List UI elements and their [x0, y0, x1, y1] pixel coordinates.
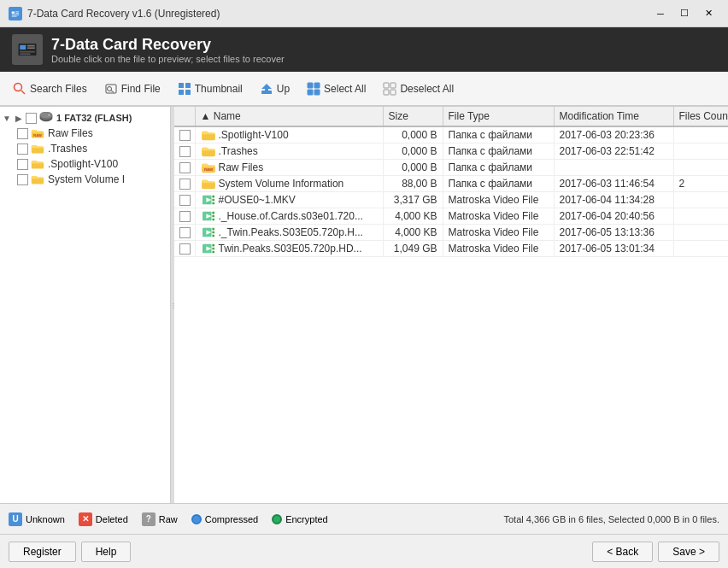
row-files-count	[673, 160, 728, 176]
folder-spotlight-icon	[31, 158, 44, 170]
svg-rect-40	[212, 196, 214, 198]
svg-rect-29	[390, 83, 396, 88]
tree-item-raw[interactable]: RAW Raw Files	[0, 126, 170, 141]
row-checkbox[interactable]	[179, 195, 191, 206]
col-header-mod[interactable]: Modification Time	[554, 107, 673, 126]
svg-rect-31	[390, 90, 396, 95]
row-name: ._Twin.Peaks.S03E05.720p.H...	[195, 225, 383, 241]
table-row[interactable]: Twin.Peaks.S03E05.720p.HD...1,049 GBMatr…	[174, 241, 728, 257]
tree-checkbox-raw[interactable]	[17, 128, 28, 139]
row-size: 88,00 B	[383, 176, 443, 192]
minimize-button[interactable]: ─	[649, 5, 672, 22]
tree-checkbox-root[interactable]	[26, 113, 37, 124]
help-button[interactable]: Help	[81, 542, 132, 562]
svg-rect-8	[20, 45, 26, 50]
row-checkbox[interactable]	[179, 162, 191, 173]
svg-rect-27	[314, 90, 320, 95]
find-file-button[interactable]: Find File	[97, 78, 168, 100]
svg-rect-9	[27, 45, 35, 47]
row-checkbox[interactable]	[179, 211, 191, 222]
row-type: Папка с файлами	[443, 126, 554, 143]
back-button[interactable]: < Back	[592, 542, 653, 562]
main-content: ▼ ▶ 1 FAT32 (FLASH) RAW Raw Files	[0, 106, 728, 503]
file-scroll-area[interactable]: ▲ Name Size File Type Modification Time	[174, 107, 728, 503]
row-files-count	[673, 241, 728, 257]
up-button[interactable]: Up	[252, 78, 297, 100]
row-checkbox[interactable]	[179, 227, 191, 238]
deselect-all-button[interactable]: Deselect All	[375, 78, 461, 100]
table-row[interactable]: .Trashes0,000 BПапка с файлами2017-06-03…	[174, 143, 728, 160]
row-checkbox[interactable]	[179, 243, 191, 255]
row-size: 4,000 KB	[383, 208, 443, 225]
bottom-bar: Register Help < Back Save >	[0, 534, 728, 568]
tree-checkbox-spotlight[interactable]	[17, 159, 28, 170]
expand-icon-2[interactable]: ▶	[14, 113, 24, 123]
svg-rect-5	[12, 15, 17, 16]
table-row[interactable]: RAW Raw Files0,000 BПапка с файлами	[174, 160, 728, 176]
legend-encrypted: Encrypted	[272, 514, 328, 524]
expand-icon[interactable]: ▼	[2, 113, 12, 123]
save-button[interactable]: Save >	[658, 542, 719, 562]
thumbnail-button[interactable]: Thumbnail	[170, 78, 250, 100]
tree-label-root: 1 FAT32 (FLASH)	[56, 113, 132, 123]
register-button[interactable]: Register	[9, 542, 76, 562]
svg-rect-19	[185, 83, 191, 88]
col-header-count[interactable]: Files Count	[673, 107, 728, 126]
title-bar: 7-Data Card Recovery v1.6 (Unregistered)…	[0, 0, 728, 27]
svg-rect-46	[212, 215, 214, 218]
tree-checkbox-trashes[interactable]	[17, 143, 28, 155]
tree-label-raw: Raw Files	[48, 127, 93, 139]
row-modification-time: 2017-06-04 20:40:56	[554, 208, 673, 225]
table-row[interactable]: #OUSE0~1.MKV3,317 GBMatroska Video File2…	[174, 192, 728, 208]
svg-rect-45	[212, 212, 214, 214]
legend-raw: ? Raw	[142, 512, 178, 526]
svg-rect-24	[308, 83, 313, 88]
table-row[interactable]: ._Twin.Peaks.S03E05.720p.H...4,000 KBMat…	[174, 225, 728, 241]
app-header: 7-Data Card Recovery Double click on the…	[0, 27, 728, 72]
row-size: 4,000 KB	[383, 225, 443, 241]
close-button[interactable]: ✕	[697, 5, 719, 22]
find-icon	[104, 82, 118, 96]
svg-rect-18	[179, 83, 184, 88]
thumbnail-label: Thumbnail	[195, 83, 243, 95]
row-files-count	[673, 126, 728, 143]
row-modification-time: 2017-06-05 13:13:36	[554, 225, 673, 241]
tree-item-sysvolume[interactable]: System Volume I	[0, 172, 170, 187]
row-name: Twin.Peaks.S03E05.720p.HD...	[195, 241, 383, 257]
tree-panel: ▼ ▶ 1 FAT32 (FLASH) RAW Raw Files	[0, 107, 171, 503]
title-bar-left: 7-Data Card Recovery v1.6 (Unregistered)	[9, 7, 220, 20]
row-name: RAW Raw Files	[195, 160, 383, 176]
video-icon	[201, 210, 216, 222]
app-icon	[9, 7, 22, 20]
svg-rect-11	[20, 51, 35, 53]
tree-checkbox-sysvolume[interactable]	[17, 174, 28, 185]
tree-item-spotlight[interactable]: .Spotlight-V100	[0, 156, 170, 172]
col-header-check[interactable]	[174, 107, 195, 126]
encrypted-circle	[272, 514, 282, 524]
row-name: .Spotlight-V100	[195, 126, 383, 143]
col-header-size[interactable]: Size	[383, 107, 443, 126]
svg-text:RAW: RAW	[203, 167, 213, 172]
legend-deleted: ✕ Deleted	[79, 512, 128, 526]
search-files-button[interactable]: Search Files	[5, 78, 95, 100]
search-files-label: Search Files	[30, 83, 87, 95]
col-header-name[interactable]: ▲ Name	[195, 107, 383, 126]
svg-rect-4	[12, 14, 20, 15]
table-row[interactable]: System Volume Information88,00 BПапка с …	[174, 176, 728, 192]
maximize-button[interactable]: ☐	[673, 5, 696, 22]
find-file-label: Find File	[121, 83, 161, 95]
svg-rect-3	[15, 13, 19, 14]
row-type: Matroska Video File	[443, 225, 554, 241]
table-row[interactable]: .Spotlight-V1000,000 BПапка с файлами201…	[174, 126, 728, 143]
tree-item-trashes[interactable]: .Trashes	[0, 141, 170, 156]
col-header-type[interactable]: File Type	[443, 107, 554, 126]
row-checkbox[interactable]	[179, 130, 191, 141]
tree-item-root[interactable]: ▼ ▶ 1 FAT32 (FLASH)	[0, 110, 170, 126]
table-row[interactable]: ._House.of.Cards.s03e01.720...4,000 KBMa…	[174, 208, 728, 225]
folder-icon	[201, 178, 216, 190]
select-all-button[interactable]: Select All	[299, 78, 373, 100]
row-checkbox[interactable]	[179, 179, 191, 190]
row-modification-time: 2017-06-05 13:01:34	[554, 241, 673, 257]
app-name: 7-Data Card Recovery	[51, 36, 285, 54]
row-checkbox[interactable]	[179, 146, 191, 157]
